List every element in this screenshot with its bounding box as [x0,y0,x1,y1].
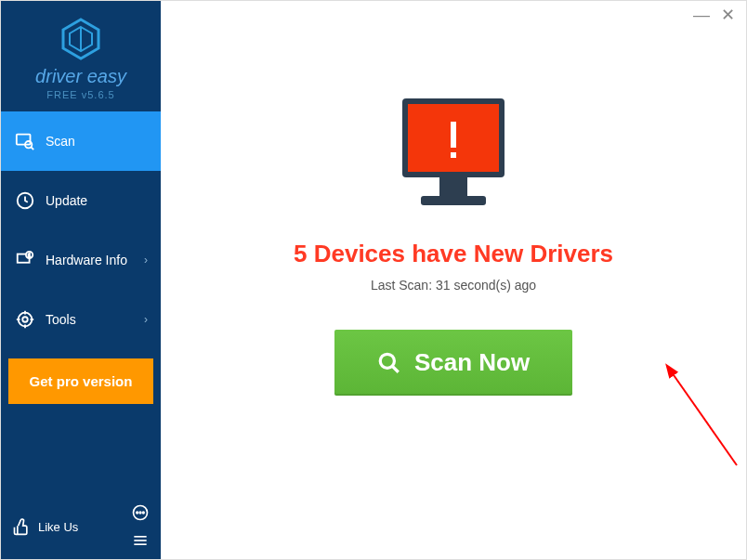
like-us-label: Like Us [38,520,78,534]
main-content: 5 Devices have New Drivers Last Scan: 31… [161,1,746,559]
hardware-icon: 1 [14,250,36,270]
version-label: FREE v5.6.5 [1,89,161,100]
chevron-right-icon: › [144,313,148,326]
brand-name: driver easy [1,66,161,87]
last-scan-label: Last Scan: 31 second(s) ago [371,278,536,293]
chevron-right-icon: › [144,254,148,267]
svg-rect-25 [451,122,456,148]
svg-rect-27 [439,177,467,196]
sidebar-item-label: Hardware Info [46,253,127,267]
svg-line-5 [31,147,33,150]
svg-rect-3 [17,135,31,145]
get-pro-button[interactable]: Get pro version [8,358,153,404]
sidebar-item-label: Scan [46,134,75,149]
feedback-icon[interactable] [131,503,150,522]
sidebar-item-label: Update [46,193,87,208]
minimize-button[interactable]: — [693,6,710,25]
sidebar: driver easy FREE v5.6.5 Scan Update 1 Ha… [1,1,161,559]
svg-point-17 [137,512,138,514]
search-icon [377,351,401,375]
sidebar-item-tools[interactable]: Tools › [1,290,161,349]
svg-line-30 [392,366,399,372]
menu-icon[interactable] [131,531,150,550]
thumbs-up-icon [12,517,31,536]
svg-point-29 [380,354,394,368]
scan-now-button[interactable]: Scan Now [334,330,572,396]
like-us-button[interactable]: Like Us [12,517,78,536]
tools-icon [14,309,36,330]
svg-point-19 [143,512,145,514]
svg-point-11 [22,317,28,322]
svg-point-10 [19,313,33,327]
titlebar: — ✕ [693,1,746,29]
close-button[interactable]: ✕ [721,5,735,25]
headline: 5 Devices have New Drivers [294,240,613,268]
scan-now-label: Scan Now [414,348,530,377]
svg-rect-26 [451,152,456,158]
svg-rect-28 [421,196,486,205]
annotation-arrow [662,363,747,478]
update-icon [14,190,36,211]
svg-line-31 [672,372,737,465]
bottom-bar: Like Us [1,494,161,559]
logo-icon [59,18,102,60]
scan-icon [14,131,36,151]
sidebar-item-update[interactable]: Update [1,171,161,230]
monitor-alert-icon [384,94,523,219]
sidebar-item-label: Tools [46,312,76,327]
svg-point-18 [139,512,141,514]
sidebar-item-hardware[interactable]: 1 Hardware Info › [1,230,161,290]
sidebar-item-scan[interactable]: Scan [1,111,161,171]
svg-text:1: 1 [28,253,31,258]
logo-area: driver easy FREE v5.6.5 [1,1,161,111]
